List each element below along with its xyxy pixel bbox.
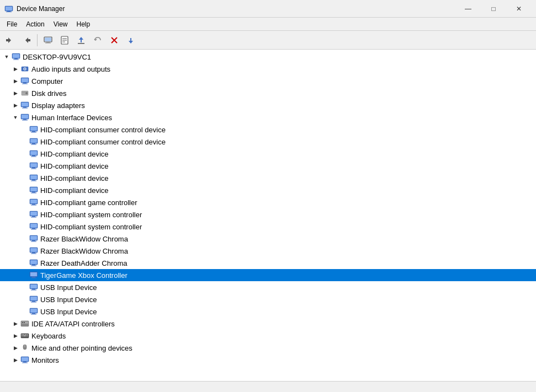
- tigergame-xbox-label: TigerGame Xbox Controller: [40, 271, 128, 280]
- hid-device-2-label: HID-compliant device: [40, 162, 109, 170]
- svg-rect-36: [22, 120, 28, 121]
- svg-point-21: [24, 68, 26, 70]
- usb-input-2-label: USB Input Device: [40, 296, 97, 304]
- app-icon: [4, 4, 13, 13]
- human-interface-devices-expand-arrow: [11, 111, 20, 123]
- maximize-button[interactable]: □: [481, 0, 506, 18]
- svg-rect-18: [13, 60, 19, 60]
- svg-rect-52: [31, 169, 36, 169]
- hid-consumer-2[interactable]: HID-compliant consumer control device: [0, 136, 536, 148]
- svg-rect-32: [22, 108, 28, 109]
- razer-blackwidow-1[interactable]: Razer BlackWidow Chroma: [0, 233, 536, 245]
- hid-consumer-1-icon: [29, 125, 39, 134]
- svg-rect-90: [30, 284, 37, 288]
- svg-rect-56: [31, 181, 36, 181]
- hid-device-4[interactable]: HID-compliant device: [0, 184, 536, 196]
- mice-pointing-expand-arrow: [11, 342, 20, 354]
- root-label: DESKTOP-9VU9VC1: [23, 53, 91, 61]
- hid-consumer-1[interactable]: HID-compliant consumer control device: [0, 123, 536, 136]
- hid-consumer-2-expand-arrow: [20, 136, 29, 148]
- svg-rect-117: [23, 362, 26, 363]
- root-node[interactable]: DESKTOP-9VU9VC1: [0, 51, 536, 63]
- svg-rect-95: [32, 301, 35, 302]
- menu-help[interactable]: Help: [72, 18, 95, 30]
- menu-action[interactable]: Action: [22, 18, 49, 30]
- hid-device-3[interactable]: HID-compliant device: [0, 172, 536, 184]
- menu-file[interactable]: File: [2, 18, 22, 30]
- minimize-button[interactable]: —: [455, 0, 481, 18]
- svg-rect-74: [30, 236, 37, 240]
- svg-rect-70: [30, 224, 37, 228]
- hid-device-2-expand-arrow: [20, 160, 29, 172]
- properties-button[interactable]: [57, 33, 72, 48]
- human-interface-devices[interactable]: Human Interface Devices: [0, 111, 536, 123]
- display-adapters-label: Display adapters: [31, 101, 85, 110]
- svg-rect-76: [31, 241, 36, 242]
- razer-deathadder[interactable]: Razer DeathAdder Chroma: [0, 257, 536, 269]
- svg-rect-38: [30, 127, 37, 131]
- monitors[interactable]: Monitors: [0, 354, 536, 366]
- show-device-btn[interactable]: [40, 33, 56, 48]
- monitors-label: Monitors: [31, 356, 59, 364]
- keyboards[interactable]: Keyboards: [0, 330, 536, 342]
- computer-expand-arrow: [11, 75, 20, 87]
- display-adapters[interactable]: Display adapters: [0, 99, 536, 111]
- hid-game-controller[interactable]: HID-compliant game controller: [0, 196, 536, 208]
- svg-rect-28: [22, 92, 25, 93]
- computer[interactable]: Computer: [0, 75, 536, 87]
- svg-rect-110: [22, 336, 23, 337]
- svg-rect-86: [30, 272, 37, 276]
- scan-hardware-btn[interactable]: [123, 33, 139, 48]
- usb-input-3[interactable]: USB Input Device: [0, 305, 536, 318]
- hid-device-3-expand-arrow: [20, 172, 29, 184]
- hid-device-1[interactable]: HID-compliant device: [0, 148, 536, 160]
- window-controls: — □ ✕: [455, 0, 532, 18]
- rollback-driver-btn[interactable]: [90, 33, 105, 48]
- svg-rect-39: [32, 131, 35, 132]
- hid-device-2-icon: [29, 162, 39, 170]
- keyboards-expand-arrow: [11, 330, 20, 342]
- update-driver-btn[interactable]: [73, 33, 89, 48]
- monitors-expand-arrow: [11, 354, 20, 366]
- hid-device-2[interactable]: HID-compliant device: [0, 160, 536, 172]
- forward-button[interactable]: [19, 33, 34, 48]
- usb-input-3-label: USB Input Device: [40, 308, 97, 316]
- usb-input-2[interactable]: USB Input Device: [0, 293, 536, 305]
- tigergame-xbox[interactable]: TigerGame Xbox Controller: [0, 269, 536, 281]
- tigergame-xbox-expand-arrow: [20, 269, 29, 281]
- mice-pointing[interactable]: Mice and other pointing devices: [0, 342, 536, 354]
- svg-rect-94: [30, 297, 37, 300]
- ide-controllers[interactable]: IDE ATA/ATAPI controllers: [0, 318, 536, 330]
- menu-view[interactable]: View: [49, 18, 72, 30]
- mice-pointing-label: Mice and other pointing devices: [31, 344, 132, 352]
- close-button[interactable]: ✕: [506, 0, 532, 18]
- svg-rect-12: [78, 43, 84, 44]
- svg-rect-55: [32, 180, 35, 181]
- menu-bar: File Action View Help: [0, 18, 536, 31]
- svg-rect-47: [32, 155, 35, 157]
- hid-device-4-icon: [29, 186, 39, 195]
- uninstall-device-btn[interactable]: [107, 33, 122, 48]
- device-tree[interactable]: DESKTOP-9VU9VC1 Audio inputs and outputs…: [0, 50, 536, 381]
- svg-rect-6: [46, 42, 50, 43]
- svg-rect-92: [31, 290, 36, 291]
- usb-input-2-icon: [29, 295, 39, 304]
- svg-rect-48: [31, 157, 36, 157]
- status-bar: [0, 381, 536, 392]
- razer-blackwidow-2[interactable]: Razer BlackWidow Chroma: [0, 245, 536, 257]
- human-interface-devices-icon: [20, 113, 30, 122]
- root-expand-arrow: [2, 51, 11, 63]
- hid-system-2[interactable]: HID-compliant system controller: [0, 221, 536, 233]
- audio-inputs-outputs[interactable]: Audio inputs and outputs: [0, 63, 536, 75]
- hid-system-1[interactable]: HID-compliant system controller: [0, 208, 536, 221]
- razer-blackwidow-2-icon: [29, 246, 39, 255]
- razer-blackwidow-2-expand-arrow: [20, 245, 29, 257]
- svg-rect-43: [32, 143, 35, 144]
- usb-input-3-icon: [29, 307, 39, 316]
- usb-input-1[interactable]: USB Input Device: [0, 281, 536, 293]
- back-button[interactable]: [2, 33, 18, 48]
- disk-drives[interactable]: Disk drives: [0, 87, 536, 99]
- hid-device-1-label: HID-compliant device: [40, 150, 109, 158]
- svg-rect-59: [32, 192, 35, 193]
- hid-consumer-1-label: HID-compliant consumer control device: [40, 126, 166, 134]
